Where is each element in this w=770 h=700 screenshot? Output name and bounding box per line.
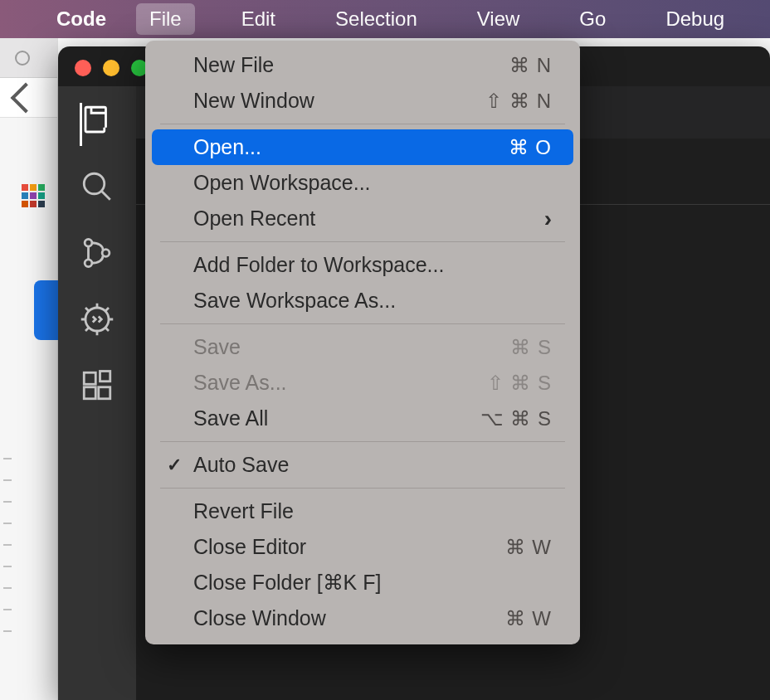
- svg-rect-8: [100, 372, 110, 382]
- close-window-button[interactable]: [75, 60, 91, 76]
- extensions-icon[interactable]: [80, 368, 115, 403]
- menu-item-label: Open Recent: [193, 207, 315, 231]
- menu-save: Save ⌘ S: [152, 329, 573, 365]
- macos-menubar: Code File Edit Selection View Go Debug T…: [0, 0, 770, 38]
- menu-item-label: New Window: [193, 89, 314, 113]
- chevron-right-icon: ›: [544, 207, 552, 231]
- svg-rect-5: [84, 372, 95, 384]
- svg-rect-7: [99, 387, 110, 399]
- browser-tabbar: [0, 38, 57, 78]
- menu-new-window[interactable]: New Window ⇧ ⌘ N: [152, 83, 573, 119]
- menu-add-folder[interactable]: Add Folder to Workspace...: [152, 247, 573, 283]
- window-traffic-lights: [75, 60, 148, 76]
- menu-save-workspace-as[interactable]: Save Workspace As...: [152, 283, 573, 318]
- menu-debug[interactable]: Debug: [652, 3, 738, 35]
- menu-item-label: Open Workspace...: [193, 171, 371, 195]
- apps-grid-icon[interactable]: [22, 184, 45, 207]
- menu-separator: [160, 124, 565, 124]
- menu-item-label: Add Folder to Workspace...: [193, 253, 444, 277]
- menu-item-label: Close Window: [193, 606, 326, 630]
- browser-toolbar: [0, 78, 57, 118]
- menu-new-file[interactable]: New File ⌘ N: [152, 47, 573, 83]
- menu-save-as: Save As... ⇧ ⌘ S: [152, 365, 573, 401]
- svg-point-0: [84, 173, 105, 194]
- menu-open-workspace[interactable]: Open Workspace...: [152, 165, 573, 201]
- menu-save-all[interactable]: Save All ⌥ ⌘ S: [152, 401, 573, 436]
- debug-icon[interactable]: [80, 302, 115, 337]
- source-control-icon[interactable]: [80, 236, 115, 270]
- svg-point-3: [102, 250, 110, 257]
- menu-shortcut: ⌘ O: [509, 136, 552, 159]
- menu-shortcut: ⌥ ⌘ S: [480, 407, 552, 430]
- menu-close-window[interactable]: Close Window ⌘ W: [152, 600, 573, 636]
- menu-close-editor[interactable]: Close Editor ⌘ W: [152, 529, 573, 565]
- ruler-marks: [3, 458, 20, 652]
- menu-shortcut: ⌘ W: [505, 536, 552, 559]
- menu-selection[interactable]: Selection: [322, 3, 431, 35]
- svg-point-2: [85, 260, 92, 267]
- menu-file[interactable]: File: [136, 3, 195, 35]
- back-arrow-icon[interactable]: [11, 82, 41, 113]
- menu-item-label: Revert File: [193, 499, 294, 523]
- menu-separator: [160, 441, 565, 442]
- menu-revert-file[interactable]: Revert File: [152, 493, 573, 529]
- blue-doc-card: [34, 280, 58, 340]
- menu-separator: [160, 241, 565, 242]
- menu-item-label: New File: [193, 53, 274, 77]
- menu-item-label: Save All: [193, 406, 268, 430]
- menu-go[interactable]: Go: [566, 3, 619, 35]
- check-icon: ✓: [167, 455, 182, 476]
- menu-item-label: Close Editor: [193, 535, 306, 559]
- search-icon[interactable]: [80, 169, 115, 204]
- menu-open-recent[interactable]: Open Recent ›: [152, 201, 573, 236]
- app-menu[interactable]: Code: [56, 7, 106, 31]
- menu-separator: [160, 488, 565, 489]
- menu-item-label: Save As...: [193, 371, 287, 395]
- menu-shortcut: ⇧ ⌘ S: [487, 372, 552, 395]
- menu-auto-save[interactable]: ✓ Auto Save: [152, 447, 573, 483]
- activity-bar: [58, 86, 136, 700]
- menu-item-label: Save Workspace As...: [193, 289, 396, 313]
- background-browser-sliver: [0, 38, 58, 700]
- vscode-window: New File ⌘ N New Window ⇧ ⌘ N Open... ⌘ …: [58, 46, 770, 700]
- svg-point-1: [85, 239, 92, 246]
- menu-shortcut: ⌘ S: [510, 336, 552, 359]
- file-menu-dropdown: New File ⌘ N New Window ⇧ ⌘ N Open... ⌘ …: [145, 41, 580, 644]
- explorer-icon[interactable]: [80, 103, 115, 138]
- menu-shortcut: ⌘ N: [509, 54, 552, 77]
- menu-item-label: Auto Save: [193, 453, 289, 477]
- menu-open[interactable]: Open... ⌘ O: [152, 129, 573, 165]
- menu-item-label: Close Folder [⌘K F]: [193, 571, 381, 595]
- menu-item-label: Open...: [193, 135, 261, 159]
- menu-view[interactable]: View: [464, 3, 534, 35]
- menu-separator: [160, 323, 565, 324]
- menu-edit[interactable]: Edit: [228, 3, 289, 35]
- menu-shortcut: ⌘ W: [505, 607, 552, 630]
- menu-close-folder[interactable]: Close Folder [⌘K F]: [152, 565, 573, 600]
- menu-item-label: Save: [193, 335, 241, 359]
- svg-rect-6: [84, 387, 95, 399]
- minimize-window-button[interactable]: [103, 60, 119, 76]
- menu-shortcut: ⇧ ⌘ N: [485, 90, 552, 113]
